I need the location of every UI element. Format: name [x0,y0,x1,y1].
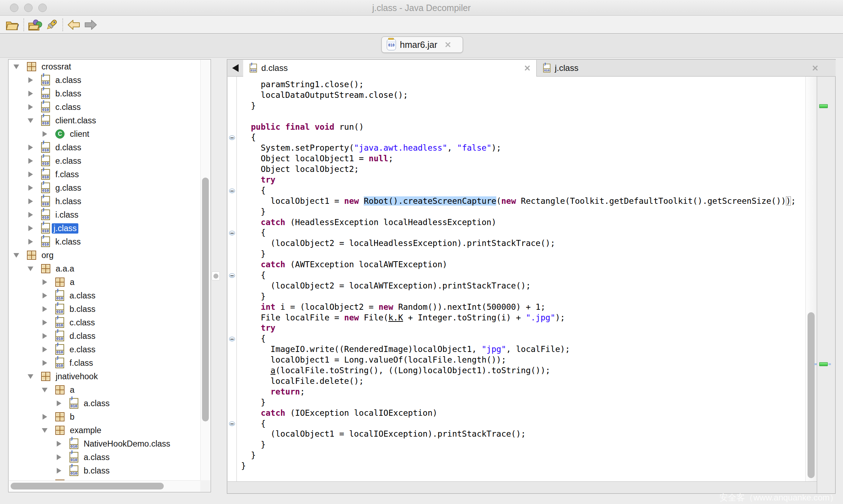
tree-row[interactable]: Cclient [9,127,201,141]
tree-item-label[interactable]: org [40,250,55,261]
tree-row[interactable]: org [9,248,201,262]
tree-item-label[interactable]: a.class [68,291,97,301]
disclosure-triangle[interactable] [41,386,48,393]
disclosure-triangle[interactable] [41,319,48,326]
tree-item-label[interactable]: e.class [54,156,83,166]
tree-item-label[interactable]: g.class [54,183,83,193]
tree-row[interactable]: J010e.class [9,154,201,168]
tree-vertical-scrollbar-thumb[interactable] [202,178,209,421]
tree-item-label[interactable]: h.class [54,196,83,207]
tree-row[interactable]: J010a.class [9,73,201,87]
tree-item-label[interactable]: a.class [82,452,111,463]
search-button[interactable] [43,17,60,32]
tree-item-label[interactable]: a [68,277,76,287]
tree-row[interactable]: J010f.class [9,356,201,370]
tree-row[interactable]: a [9,275,201,289]
tree-item-label[interactable]: e.class [68,345,97,355]
tree-item-label[interactable]: b.class [54,89,83,99]
tree-row[interactable]: J010d.class [9,141,201,154]
disclosure-triangle[interactable] [27,265,34,272]
disclosure-triangle[interactable] [55,440,62,447]
close-tab-icon[interactable] [524,65,531,72]
tree-item-label[interactable]: a.class [82,398,111,409]
tree-item-label[interactable]: jnativehook [54,371,100,382]
disclosure-triangle[interactable] [27,198,34,205]
tree-row[interactable]: J010b.class [9,464,201,477]
close-tab-icon[interactable] [811,65,819,72]
tree-row[interactable]: J010j.class [9,222,201,235]
disclosure-triangle[interactable] [27,238,34,245]
splitter-handle[interactable] [212,271,220,280]
tree-row[interactable]: J010a.class [9,289,201,302]
tree-item-label[interactable]: client.class [54,116,98,126]
tab-j-class[interactable]: J010 j.class [537,60,836,77]
collapse-fold-icon[interactable] [229,189,235,193]
collapse-fold-icon[interactable] [229,231,235,235]
tree-row[interactable]: J010k.class [9,235,201,248]
disclosure-triangle[interactable] [27,225,34,232]
tree-row[interactable]: J010a.class [9,450,201,464]
tree-row[interactable]: J010d.class [9,329,201,343]
tree-item-label[interactable]: f.class [68,358,95,368]
tree-item-label[interactable]: crossrat [40,62,73,72]
disclosure-triangle[interactable] [27,77,34,84]
disclosure-triangle[interactable] [27,157,34,164]
tree-item-label[interactable]: NativeHookDemo.class [82,439,172,449]
disclosure-triangle[interactable] [27,103,34,111]
disclosure-triangle[interactable] [55,467,62,474]
disclosure-triangle[interactable] [41,413,48,420]
tree-item-label[interactable]: k.class [54,237,83,247]
tree-row[interactable]: example [9,424,201,437]
collapse-fold-icon[interactable] [229,273,235,278]
code-link[interactable]: k.K [388,313,403,322]
disclosure-triangle[interactable] [41,427,48,434]
forward-button[interactable] [82,17,99,32]
tree-row[interactable]: J010f.class [9,168,201,181]
tree-item-label[interactable]: d.class [54,142,83,153]
tree-row[interactable]: jnativehook [9,370,201,383]
disclosure-triangle[interactable] [41,332,48,340]
close-archive-icon[interactable] [444,41,451,48]
tree-row[interactable]: J010c.class [9,100,201,114]
tab-scroll-left-button[interactable] [228,64,243,72]
tree-item-label[interactable]: j.class [52,223,78,234]
tree-row[interactable]: J010client.class [9,114,201,127]
disclosure-triangle[interactable] [27,144,34,151]
tree-row[interactable]: b [9,410,201,424]
tree-row[interactable]: a [9,383,201,397]
back-button[interactable] [66,17,82,32]
code-link[interactable]: a [270,366,275,375]
tree-item-label[interactable]: a [68,385,76,395]
collapse-fold-icon[interactable] [229,135,235,140]
tree-item-label[interactable]: client [68,129,91,139]
tree-row[interactable]: crossrat [9,60,201,73]
disclosure-triangle[interactable] [41,292,48,299]
tree-item-label[interactable]: b.class [68,304,97,314]
disclosure-triangle[interactable] [27,171,34,178]
tree-row[interactable]: J010b.class [9,302,201,316]
open-type-button[interactable] [27,17,43,32]
disclosure-triangle[interactable] [41,130,48,138]
tree-row[interactable]: J010c.class [9,316,201,329]
tree-item-label[interactable]: d.class [68,331,97,341]
tree-item-label[interactable]: example [68,425,103,436]
tree-row[interactable]: J010h.class [9,195,201,208]
disclosure-triangle[interactable] [41,359,48,366]
disclosure-triangle[interactable] [27,184,34,191]
code-editor[interactable]: paramString1.close(); localDataOutputStr… [241,79,796,471]
disclosure-triangle[interactable] [27,117,34,124]
collapse-fold-icon[interactable] [229,337,235,341]
tree-item-label[interactable]: f.class [54,169,81,180]
tree-row[interactable]: J010b.class [9,87,201,100]
tree-horizontal-scrollbar-thumb[interactable] [11,483,164,489]
disclosure-triangle[interactable] [27,211,34,218]
tree-row[interactable]: J010i.class [9,208,201,222]
disclosure-triangle[interactable] [27,90,34,97]
tree-item-label[interactable]: b.class [82,466,111,476]
tree-row[interactable]: J010a.class [9,397,201,410]
tree-item-label[interactable]: i.class [54,210,80,220]
disclosure-triangle[interactable] [41,306,48,313]
tree-item-label[interactable]: a.a.a [54,264,76,274]
tree-item-label[interactable]: c.class [54,102,83,112]
editor-vertical-scrollbar-thumb[interactable] [808,312,815,478]
